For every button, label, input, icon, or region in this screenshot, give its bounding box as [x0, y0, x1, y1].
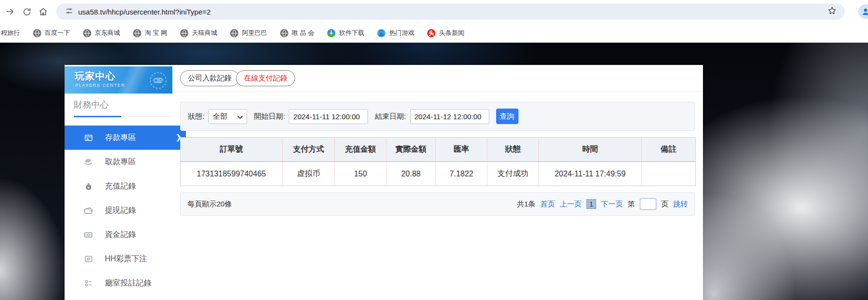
query-button[interactable]: 查詢 — [496, 109, 518, 124]
sidebar-item-label: 提現記錄 — [105, 205, 136, 216]
jump-prefix-label: 第 — [628, 200, 635, 209]
deposit-icon — [83, 133, 93, 142]
jump-page-input[interactable] — [640, 198, 656, 210]
sidebar-item-withdraw[interactable]: 取款專區 — [65, 150, 172, 174]
sidebar-item-funds-record[interactable]: 資金記錄 — [65, 222, 172, 247]
filter-bar: 狀態: 全部 開始日期: 結束日期: 查詢 — [180, 102, 695, 131]
bookmark-item[interactable]: 唯 品 会 — [280, 29, 314, 37]
game-icon — [377, 29, 385, 37]
sidebar-item-hall-bet-record[interactable]: 廳室投註記錄 — [65, 271, 172, 295]
players-center-banner: 玩家中心 PLAYERS CENTER — [65, 66, 172, 94]
bookmark-item[interactable]: 热门游戏 — [377, 29, 414, 37]
jump-suffix-label: 页 — [661, 200, 668, 209]
table-header-row: 訂單號 支付方式 充值金額 實際金額 匯率 狀態 時間 備註 — [181, 138, 696, 162]
sidebar-item-recharge-record[interactable]: 充值記錄 — [65, 174, 172, 198]
home-icon[interactable] — [35, 3, 51, 20]
cell-time: 2024-11-11 17:49:59 — [539, 162, 642, 186]
cell-exchange-rate: 7.1822 — [436, 162, 487, 186]
total-count-text: 共1条 — [517, 200, 535, 209]
end-date-label: 結束日期: — [375, 112, 406, 121]
recharge-record-icon — [83, 181, 93, 191]
forward-icon[interactable] — [2, 3, 18, 20]
sidebar-menu: 存款專區 ❯ 取款專區 充值記錄 提現記錄 資金記錄 — [65, 126, 172, 295]
status-select[interactable]: 全部 — [208, 109, 247, 124]
bookmark-label: 百度一下 — [45, 29, 70, 37]
bookmark-label: 热门游戏 — [389, 29, 414, 37]
bookmark-item[interactable]: 京东商城 — [83, 29, 120, 37]
lottery-bet-icon — [83, 254, 93, 264]
url-text[interactable]: usa58.tv/hhcp/usercenter.html?iniType=2 — [78, 8, 827, 16]
bookmark-label: 天猫商城 — [192, 29, 217, 37]
jump-action-link[interactable]: 跳转 — [673, 200, 688, 209]
bookmark-label: 淘 宝 网 — [145, 29, 167, 37]
sidebar-item-label: 廳室投註記錄 — [105, 278, 151, 288]
browser-toolbar: usa58.tv/hhcp/usercenter.html?iniType=2 — [0, 0, 868, 23]
globe-icon — [280, 29, 288, 37]
sidebar-item-deposit[interactable]: 存款專區 ❯ — [65, 126, 186, 150]
tab-strip: 公司入款記錄 在線支付記錄 — [172, 65, 703, 92]
sidebar-item-label: HH彩票下注 — [105, 254, 147, 264]
sidebar-item-hh-lottery-bet[interactable]: HH彩票下注 — [65, 247, 172, 271]
cell-status: 支付成功 — [487, 162, 539, 186]
pagination-bar: 每頁顯示20條 共1条 首页 上一页 1 下一页 第 页 跳转 — [180, 192, 695, 216]
start-date-input[interactable] — [289, 109, 368, 124]
bookmark-item[interactable]: 百度一下 — [33, 29, 70, 37]
first-page-link[interactable]: 首页 — [540, 200, 555, 209]
cell-actual-amount: 20.88 — [386, 162, 436, 186]
next-page-link[interactable]: 下一页 — [601, 200, 623, 209]
content-area: 公司入款記錄 在線支付記錄 狀態: 全部 開始日期: 結束日期: 查詢 — [172, 65, 703, 300]
address-bar[interactable]: usa58.tv/hhcp/usercenter.html?iniType=2 — [56, 3, 845, 20]
tab-online-payment-record[interactable]: 在線支付記錄 — [236, 70, 295, 86]
sidebar: 玩家中心 PLAYERS CENTER 財務中心 存款專區 ❯ 取款專區 — [65, 65, 172, 300]
sidebar-item-label: 充值記錄 — [105, 181, 136, 191]
bookmark-item[interactable]: 天猫商城 — [180, 29, 217, 37]
start-date-label: 開始日期: — [254, 112, 285, 121]
col-recharge-amount: 充值金額 — [335, 138, 386, 162]
globe-icon — [180, 29, 188, 37]
cell-recharge-amount: 150 — [335, 162, 386, 186]
page-number-current[interactable]: 1 — [586, 199, 596, 209]
table-row: 1731318599740465 虚拟币 150 20.88 7.1822 支付… — [181, 162, 696, 186]
section-underline — [74, 116, 172, 117]
bookmark-item[interactable]: 头头条新闻 — [427, 29, 464, 37]
bookmark-item[interactable]: 淘 宝 网 — [133, 29, 167, 37]
sidebar-item-withdrawal-record[interactable]: 提現記錄 — [65, 198, 172, 222]
col-actual-amount: 實際金額 — [386, 138, 436, 162]
page-background: 玩家中心 PLAYERS CENTER 財務中心 存款專區 ❯ 取款專區 — [0, 43, 868, 300]
cell-remark — [642, 162, 696, 186]
tab-company-deposit-record[interactable]: 公司入款記錄 — [180, 70, 239, 86]
pagination-controls: 共1条 首页 上一页 1 下一页 第 页 跳转 — [517, 198, 688, 210]
payment-records-table: 訂單號 支付方式 充值金額 實際金額 匯率 狀態 時間 備註 173131859… — [180, 137, 696, 186]
bookmark-star-icon[interactable] — [827, 6, 837, 17]
hall-bet-record-icon — [83, 278, 93, 288]
reload-icon[interactable] — [18, 3, 35, 20]
globe-icon — [133, 29, 141, 37]
prev-page-link[interactable]: 上一页 — [560, 200, 582, 209]
bookmark-item[interactable]: 软件下载 — [327, 29, 364, 37]
funds-record-icon — [83, 230, 93, 239]
bookmark-item[interactable]: 程旅行 — [1, 29, 20, 37]
withdraw-icon — [83, 157, 93, 167]
status-label: 狀態: — [188, 112, 204, 121]
globe-icon — [230, 29, 238, 37]
bookmarks-bar: 程旅行 百度一下 京东商城 淘 宝 网 天猫商城 阿里巴巴 唯 品 会 软件下载… — [0, 23, 868, 43]
finance-center-title: 財務中心 — [74, 99, 109, 111]
user-center-panel: 玩家中心 PLAYERS CENTER 財務中心 存款專區 ❯ 取款專區 — [65, 65, 703, 300]
col-order-number: 訂單號 — [181, 138, 283, 162]
withdrawal-record-icon — [83, 205, 93, 215]
end-date-input[interactable] — [410, 109, 489, 124]
bookmark-label: 头条新闻 — [439, 29, 464, 37]
profile-avatar[interactable] — [858, 4, 868, 19]
sidebar-item-label: 資金記錄 — [105, 230, 136, 240]
cell-payment-method: 虚拟币 — [283, 162, 335, 186]
banner-title: 玩家中心 — [75, 70, 116, 83]
col-exchange-rate: 匯率 — [436, 138, 487, 162]
bookmark-label: 阿里巴巴 — [242, 29, 267, 37]
col-remark: 備註 — [642, 138, 696, 162]
download-icon — [327, 29, 335, 37]
site-info-icon[interactable] — [65, 7, 73, 17]
globe-icon — [33, 29, 41, 37]
sidebar-item-label: 存款專區 — [105, 133, 136, 143]
bookmark-label: 京东商城 — [95, 29, 120, 37]
bookmark-item[interactable]: 阿里巴巴 — [230, 29, 267, 37]
